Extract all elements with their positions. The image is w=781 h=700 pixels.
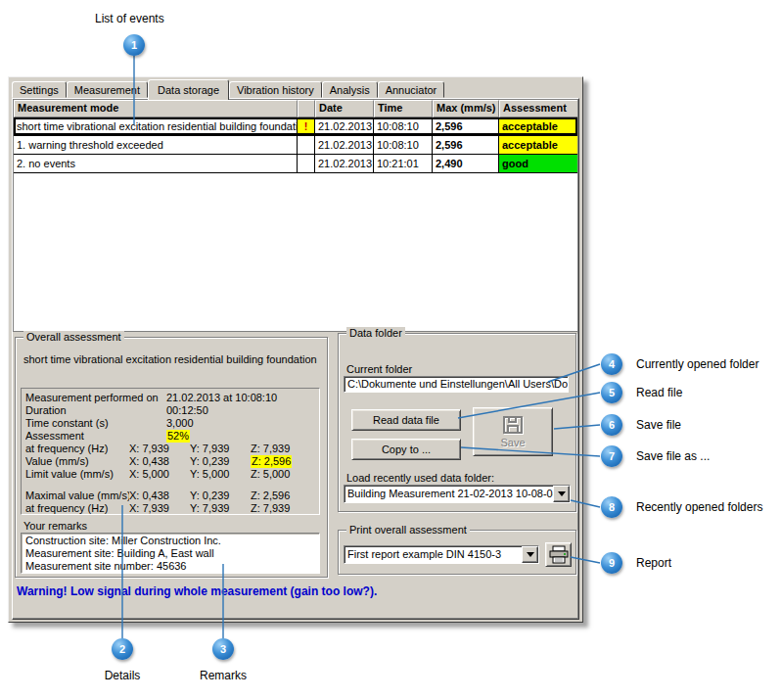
recent-folder-value: Building Measurement 21-02-2013 10-08-04 [345, 486, 553, 502]
callout-badge-7: 7 [601, 445, 622, 467]
col-header-measurement-mode[interactable]: Measurement mode [14, 100, 298, 117]
detail-value: 21.02.2013 at 10:08:10 [166, 392, 277, 404]
detail-x: X: 0,438 [129, 455, 190, 468]
col-header-max[interactable]: Max (mm/s) [433, 100, 499, 117]
callout-label-currently-opened-folder: Currently opened folder [636, 357, 758, 371]
event-date: 21.02.2013 [315, 136, 374, 154]
detail-y: Y: 0,239 [190, 455, 251, 468]
event-assessment: acceptable [499, 136, 577, 154]
event-date: 21.02.2013 [315, 117, 374, 135]
callout-label-list-of-events: List of events [95, 12, 164, 25]
detail-label: Measurement performed on [25, 392, 166, 404]
event-max: 2,596 [433, 136, 499, 154]
table-row[interactable]: short time vibrational excitation reside… [14, 117, 577, 136]
chevron-down-icon[interactable] [553, 486, 570, 502]
detail-x: X: 7,939 [129, 443, 190, 455]
detail-z: Z: 7,939 [251, 502, 311, 515]
event-mode: short time vibrational excitation reside… [14, 117, 298, 135]
col-header-date[interactable]: Date [315, 100, 374, 117]
remarks-line: Measurement site: Building A, East wall [25, 547, 315, 560]
detail-y: Y: 7,939 [190, 443, 251, 455]
detail-label: at frequency (Hz) [25, 502, 129, 515]
detail-z: Z: 7,939 [251, 443, 311, 455]
detail-value: 3,000 [166, 417, 194, 430]
tab-settings[interactable]: Settings [12, 81, 67, 98]
callout-badge-5: 5 [601, 382, 622, 403]
assessment-percent: 52% [166, 430, 190, 443]
callout-label-read-file: Read file [636, 386, 682, 399]
callout-label-remarks: Remarks [184, 669, 262, 682]
event-assessment: acceptable [499, 117, 577, 135]
detail-y: Y: 5,000 [190, 468, 251, 481]
print-button[interactable] [545, 542, 572, 567]
detail-y: Y: 7,939 [190, 502, 251, 515]
callout-label-report: Report [636, 556, 671, 570]
table-row[interactable]: 1. warning threshold exceeded 21.02.2013… [14, 136, 577, 155]
tab-vibration-history[interactable]: Vibration history [229, 81, 322, 98]
callout-badge-4: 4 [601, 353, 622, 375]
printer-icon [548, 545, 570, 564]
event-date: 21.02.2013 [315, 155, 374, 172]
remarks-textbox[interactable]: Construction site: Miller Construction I… [21, 533, 320, 574]
tab-data-storage[interactable]: Data storage [148, 79, 229, 100]
event-flag [298, 136, 315, 154]
detail-label: Limit value (mm/s) [25, 468, 129, 481]
callout-badge-3: 3 [212, 638, 234, 660]
event-time: 10:08:10 [374, 117, 433, 135]
detail-x: X: 5,000 [129, 468, 190, 481]
col-header-assessment[interactable]: Assessment [499, 100, 577, 117]
callout-badge-8: 8 [601, 496, 622, 518]
event-time: 10:21:01 [374, 155, 433, 172]
event-assessment: good [499, 155, 577, 172]
recent-folder-dropdown[interactable]: Building Measurement 21-02-2013 10-08-04 [344, 485, 571, 503]
detail-label: Time constant (s) [25, 417, 166, 430]
detail-x: X: 7,939 [129, 502, 190, 515]
report-value: First report example DIN 4150-3 [345, 546, 522, 563]
assessment-title: short time vibrational excitation reside… [23, 353, 317, 365]
detail-y: Y: 0,239 [190, 490, 251, 502]
detail-spacer [25, 481, 315, 490]
callout-label-save-file: Save file [636, 418, 681, 432]
copy-to-button[interactable]: Copy to ... [351, 439, 461, 460]
print-assessment-group: Print overall assessment First report ex… [338, 530, 576, 575]
current-folder-label: Current folder [346, 363, 412, 375]
col-header-time[interactable]: Time [374, 100, 433, 117]
overall-assessment-group-label: Overall assessment [23, 331, 124, 344]
detail-x: X: 0,438 [129, 490, 190, 502]
detail-label: Value (mm/s) [25, 455, 129, 468]
app-window: Settings Measurement Data storage Vibrat… [8, 76, 583, 623]
event-max: 2,490 [433, 155, 499, 172]
overall-assessment-group: Overall assessment short time vibrationa… [15, 337, 328, 578]
remarks-line: Construction site: Miller Construction I… [25, 535, 315, 547]
callout-label-recently-opened-folders: Recently opened folders [636, 500, 762, 514]
read-data-file-button[interactable]: Read data file [351, 409, 461, 431]
tab-page-data-storage: Measurement mode Date Time Max (mm/s) As… [12, 98, 579, 620]
callout-badge-2: 2 [112, 638, 133, 660]
detail-label: Assessment [25, 430, 166, 443]
detail-label: Duration [25, 404, 166, 417]
tab-measurement[interactable]: Measurement [67, 81, 148, 98]
tab-analysis[interactable]: Analysis [322, 81, 378, 98]
event-flag [298, 155, 315, 172]
event-mode: 2. no events [14, 155, 298, 172]
detail-z: Z: 2,596 [251, 455, 292, 468]
tab-annuciator[interactable]: Annuciator [378, 81, 445, 98]
detail-label: Maximal value (mm/s) [25, 490, 129, 502]
callout-badge-6: 6 [601, 414, 622, 436]
your-remarks-label: Your remarks [23, 520, 87, 532]
event-max: 2,596 [433, 117, 499, 135]
callout-badge-9: 9 [601, 552, 622, 574]
col-header-flag[interactable] [298, 100, 315, 117]
detail-value: 00:12:50 [166, 404, 208, 417]
save-button[interactable]: Save [473, 407, 553, 456]
detail-label: at frequency (Hz) [25, 443, 129, 455]
data-folder-group-label: Data folder [346, 327, 405, 340]
report-dropdown[interactable]: First report example DIN 4150-3 [344, 545, 539, 564]
current-folder-field[interactable]: C:\Dokumente und Einstellungen\All Users… [344, 376, 569, 393]
floppy-disk-icon [502, 415, 524, 435]
events-list[interactable]: Measurement mode Date Time Max (mm/s) As… [13, 99, 578, 332]
table-row[interactable]: 2. no events 21.02.2013 10:21:01 2,490 g… [14, 155, 577, 173]
recent-folder-label: Load recently used data folder: [346, 472, 494, 484]
details-panel: Measurement performed on21.02.2013 at 10… [21, 388, 320, 515]
chevron-down-icon[interactable] [522, 546, 538, 563]
